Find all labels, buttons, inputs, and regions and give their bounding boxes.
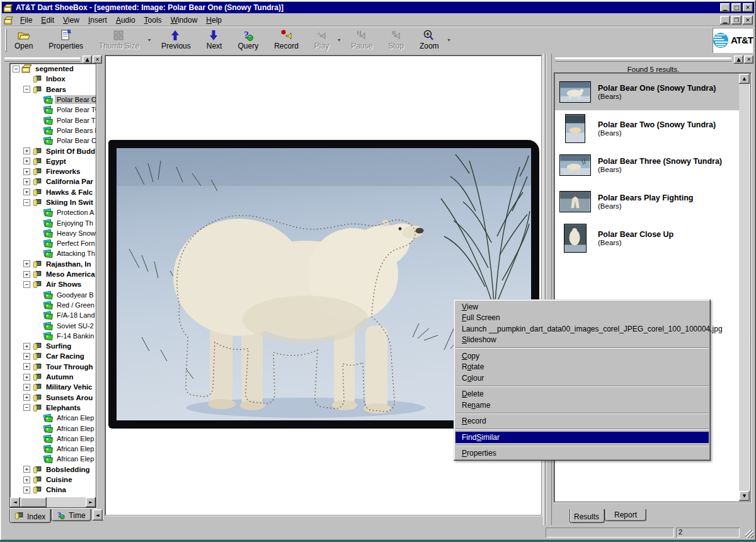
tree-item-african-elep[interactable]: African Elep [55, 414, 95, 422]
scroll-left-arrow[interactable]: ◄ [10, 497, 20, 507]
tree-item-african-elep[interactable]: African Elep [55, 455, 95, 463]
expand-box[interactable]: + [23, 466, 30, 473]
tree-item-polar-bear-two-snowy-tundra[interactable]: Polar Bear Two (Snowy Tundra) [55, 106, 96, 113]
previous-button[interactable]: Previous [158, 28, 195, 53]
expand-box[interactable]: + [23, 363, 30, 370]
menu-item-slideshow[interactable]: Slideshow [455, 335, 709, 346]
dropdown-arrow[interactable]: ▾ [146, 30, 152, 51]
tree-item-rajasthan-in[interactable]: Rajasthan, In [45, 260, 93, 268]
menu-item-properties[interactable]: Properties [455, 448, 709, 459]
tree-item-attacking-th[interactable]: Attacking Th [55, 250, 96, 257]
tree-item-hawks-falc[interactable]: Hawks & Falc [45, 188, 94, 196]
tree-item-tour-through[interactable]: Tour Through [45, 363, 94, 371]
tab-time[interactable]: 0 18">?Time [51, 509, 91, 521]
tree-item-bobsledding[interactable]: Bobsledding [45, 466, 91, 473]
tree-item-f-14-bankin[interactable]: F-14 Bankin [55, 332, 95, 340]
panel-close-button[interactable]: ✕ [93, 55, 102, 64]
tree-item-segmented[interactable]: segmented [34, 65, 75, 72]
tree-item-polar-bear-three-snowy-tundra[interactable]: Polar Bear Three (Snowy Tundra) [55, 117, 96, 124]
tree-item-surfing[interactable]: Surfing [45, 342, 72, 350]
scroll-down-arrow[interactable]: ▼ [739, 491, 750, 501]
tree-item-elephants[interactable]: Elephants [45, 404, 82, 412]
tree-item-cuisine[interactable]: Cuisine [45, 476, 74, 483]
tab-index[interactable]: 0 18">Index [9, 509, 51, 523]
menu-item-copy[interactable]: Copy [455, 350, 709, 362]
menu-edit[interactable]: Edit [37, 14, 59, 26]
menu-view[interactable]: View [59, 14, 84, 26]
collapse-box[interactable]: − [23, 86, 30, 93]
menu-help[interactable]: Help [202, 14, 226, 26]
tree-item-protection-a[interactable]: Protection A [55, 209, 95, 216]
expand-box[interactable]: + [23, 260, 30, 267]
menu-item-delete[interactable]: Delete [455, 389, 709, 400]
menu-window[interactable]: Window [166, 14, 202, 26]
tree-item-soviet-su-2[interactable]: Soviet SU-2 [55, 322, 95, 330]
tree-item-goodyear-b[interactable]: Goodyear B [55, 291, 95, 299]
menu-item-rename[interactable]: Rename [455, 400, 709, 411]
mdi-minimize-button[interactable]: ▁ [720, 16, 730, 25]
results-scrollbar[interactable]: ▲ ▼ [739, 74, 750, 501]
dropdown-arrow[interactable]: ▾ [446, 30, 452, 51]
tree-item-african-elep[interactable]: African Elep [55, 445, 95, 453]
tree-item-car-racing[interactable]: Car Racing [45, 352, 86, 360]
expand-box[interactable]: + [23, 147, 30, 154]
minimize-button[interactable]: ▁ [720, 3, 730, 12]
scrollbar-thumb[interactable] [20, 497, 47, 507]
menu-item-rotate[interactable]: Rotate [455, 362, 709, 373]
result-item-polar-bear-one-snowy-tundra[interactable]: Polar Bear One (Snowy Tundra)(Bears) [555, 74, 739, 110]
menu-insert[interactable]: Insert [84, 14, 112, 26]
menu-tools[interactable]: Tools [140, 14, 166, 26]
expand-box[interactable]: + [23, 487, 30, 493]
tree-item-african-elep[interactable]: African Elep [55, 425, 95, 432]
panel-close-button[interactable]: ✕ [744, 55, 753, 64]
collapse-box[interactable]: − [13, 66, 20, 72]
menu-item-launch-pumpkin-dart-data00-images-corel-[interactable]: Launch __pumpkin_dart_data00_images_core… [455, 323, 709, 335]
menu-item-find-similar[interactable]: Find Similar [455, 432, 709, 443]
expand-box[interactable]: + [23, 188, 30, 195]
tree-item-military-vehic[interactable]: Military Vehic [45, 383, 94, 391]
collapse-box[interactable]: − [23, 404, 30, 411]
scroll-up-arrow[interactable]: ▲ [739, 74, 750, 84]
expand-box[interactable]: + [23, 476, 30, 483]
tree-item-china[interactable]: China [45, 486, 67, 493]
dropdown-arrow[interactable]: ▾ [336, 30, 342, 51]
tree-item-heavy-snow[interactable]: Heavy Snow [55, 229, 96, 237]
tab-report[interactable]: Report [605, 509, 646, 521]
tree-horizontal-scrollbar[interactable]: ◄ ► [10, 497, 96, 507]
tree-item-f-a-18-land[interactable]: F/A-18 Land [55, 311, 96, 319]
close-button[interactable]: ✕ [743, 3, 753, 12]
next-button[interactable]: Next [203, 28, 226, 53]
record-button[interactable]: Record [270, 28, 302, 53]
tree-item-sunsets-arou[interactable]: Sunsets Arou [45, 394, 94, 401]
result-item-polar-bears-play-fighting[interactable]: Polar Bears Play Fighting(Bears) [555, 183, 739, 220]
collapse-box[interactable]: − [23, 199, 30, 206]
expand-box[interactable]: + [23, 384, 30, 391]
menu-item-full-screen[interactable]: Full Screen [455, 313, 709, 324]
toolbar-grip[interactable] [5, 29, 7, 52]
mdi-close-button[interactable]: ✕ [743, 16, 753, 25]
tree-item-african-elep[interactable]: African Elep [55, 435, 95, 442]
zoom-button[interactable]: Zoom [416, 28, 443, 53]
scroll-right-arrow[interactable]: ► [86, 497, 96, 507]
mdi-restore-button[interactable]: ❐ [731, 16, 742, 25]
menu-item-view[interactable]: View [455, 301, 709, 313]
expand-box[interactable]: + [23, 374, 30, 381]
panel-grip[interactable] [4, 57, 80, 62]
tree-item-polar-bear-close-up[interactable]: Polar Bear Close Up [55, 137, 96, 144]
query-button[interactable]: ?Query [234, 28, 262, 53]
tree-item-meso-america[interactable]: Meso America [45, 270, 96, 278]
tree-item-air-shows[interactable]: Air Shows [45, 280, 83, 288]
tree-item-skiing-in-swit[interactable]: Skiing In Swit [45, 199, 94, 206]
tree-item-spirit-of-budd[interactable]: Spirit Of Budd [45, 147, 96, 155]
expand-box[interactable]: + [23, 353, 30, 360]
tree-item-egypt[interactable]: Egypt [45, 158, 67, 165]
menu-item-record[interactable]: Record [455, 416, 709, 427]
tab-prev-arrow[interactable]: ◄ [93, 509, 103, 521]
expand-box[interactable]: + [23, 178, 30, 185]
collapse-box[interactable]: − [23, 281, 30, 288]
tree-item-perfect-forn[interactable]: Perfect Forn [55, 239, 96, 247]
tree-item-california-par[interactable]: California Par [45, 178, 94, 185]
result-item-polar-bear-two-snowy-tundra[interactable]: Polar Bear Two (Snowy Tundra)(Bears) [555, 110, 739, 147]
expand-box[interactable]: + [23, 271, 30, 278]
menu-item-colour[interactable]: Colour [455, 372, 709, 384]
